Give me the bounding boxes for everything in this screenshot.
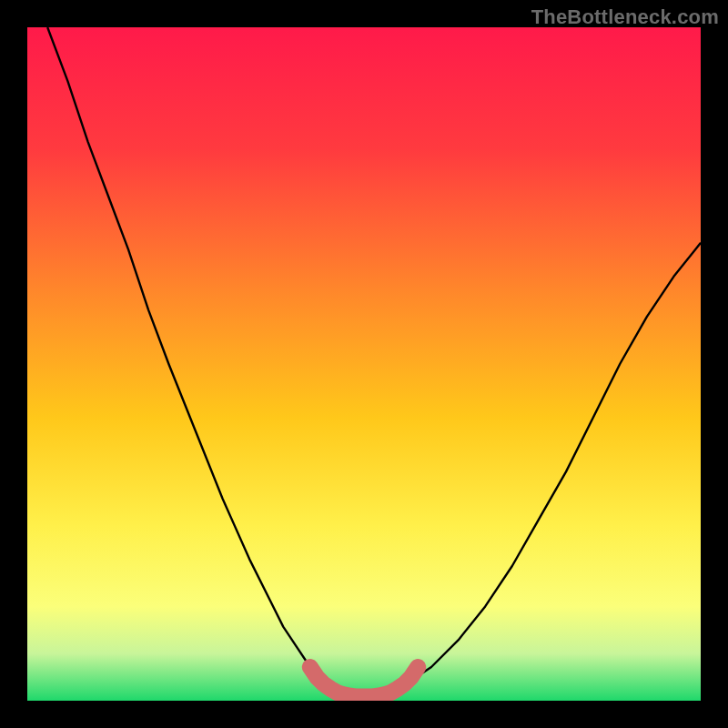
gradient-bg: [27, 27, 701, 701]
watermark-text: TheBottleneck.com: [531, 5, 719, 29]
chart-frame: TheBottleneck.com: [0, 0, 728, 728]
plot-area: [27, 27, 701, 701]
